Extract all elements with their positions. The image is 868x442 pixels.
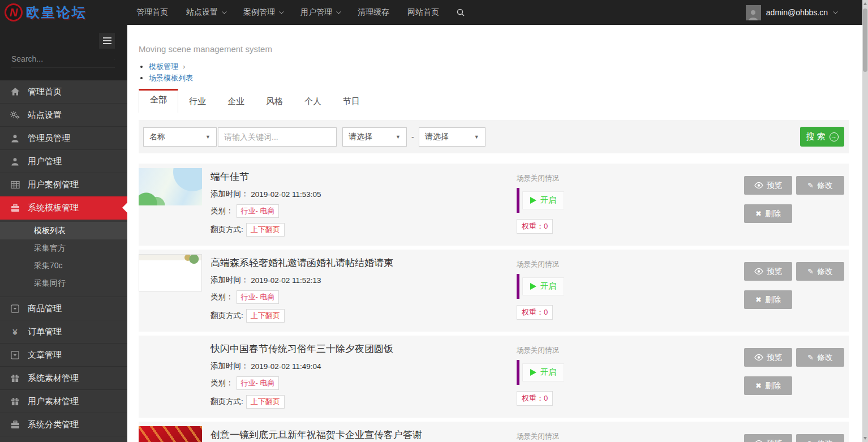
template-title[interactable]: 创意一镜到底元旦新年祝福贺卡企业宣传客户答谢: [210, 428, 422, 442]
category-badge: 行业- 电商: [237, 204, 280, 218]
vertical-scrollbar[interactable]: [862, 0, 868, 442]
category-label: 类别：: [210, 206, 234, 216]
sidebar-item-user-cases[interactable]: 用户案例管理: [0, 173, 127, 196]
sidebar-item-orders[interactable]: ¥ 订单管理: [0, 320, 127, 344]
delete-button-label: 删除: [765, 209, 781, 219]
sidebar-item-system-templates[interactable]: 系统模板管理: [0, 196, 127, 220]
sidebar-item-products[interactable]: 商品管理: [0, 297, 127, 320]
app-logo[interactable]: N 欧皇论坛: [0, 3, 127, 22]
breadcrumb-link-scene-template-list[interactable]: 场景模板列表: [149, 74, 193, 82]
gift-icon: [10, 374, 20, 383]
sidebar-item-user-assets[interactable]: 用户素材管理: [0, 390, 127, 413]
sidebar-item-system-categories[interactable]: 系统分类管理: [0, 413, 127, 436]
preview-button[interactable]: 预览: [744, 348, 792, 367]
eye-icon: [754, 182, 763, 188]
sidebar: 管理首页 站点设置 管理员管理 用户管理 用户案例管理 系统模板管理 模板列表 …: [0, 25, 127, 442]
preview-button-label: 预览: [767, 353, 783, 363]
scene-status: 场景关闭情况 开启 权重：0: [517, 174, 564, 234]
yen-icon: ¥: [10, 327, 20, 337]
nav-item-clear-cache[interactable]: 清理缓存: [349, 0, 398, 25]
submenu-item-template-list[interactable]: 模板列表: [0, 222, 127, 239]
flip-mode-label: 翻页方式:: [210, 397, 243, 407]
added-time-label: 添加时间：: [210, 275, 249, 285]
tab-enterprise[interactable]: 企业: [217, 89, 255, 113]
row-actions: 预览 ✎修改 ✖删除: [744, 348, 844, 395]
category-select[interactable]: 请选择▼: [342, 127, 407, 147]
scroll-up-arrow-icon[interactable]: [863, 2, 867, 5]
breadcrumb-separator: ›: [183, 62, 185, 71]
eye-icon: [754, 268, 763, 274]
nav-item-site-settings[interactable]: 站点设置: [177, 0, 234, 25]
preview-button[interactable]: 预览: [744, 176, 792, 195]
page-title: Moving scene management system: [139, 44, 849, 54]
preview-button[interactable]: 预览: [744, 434, 792, 442]
scroll-down-arrow-icon[interactable]: [863, 437, 867, 440]
delete-button[interactable]: ✖删除: [744, 204, 792, 223]
edit-button[interactable]: ✎修改: [796, 348, 844, 367]
keyword-input[interactable]: [218, 127, 337, 147]
tab-industry[interactable]: 行业: [178, 89, 217, 113]
added-time-value: 2019-02-02 11:53:05: [251, 190, 321, 199]
template-info: 端午佳节 添加时间： 2019-02-02 11:53:05 类别：行业- 电商…: [210, 170, 321, 237]
flip-mode-label: 翻页方式:: [210, 225, 243, 235]
delete-button[interactable]: ✖删除: [744, 376, 792, 395]
breadcrumb-item: 场景模板列表: [149, 73, 849, 84]
submenu-item-collect-official[interactable]: 采集官方: [0, 239, 127, 257]
gift-icon: [10, 397, 20, 406]
submenu-item-collect-peers[interactable]: 采集同行: [0, 274, 127, 292]
search-button-label: 搜 索: [806, 131, 825, 142]
sidebar-item-label: 系统模板管理: [28, 203, 79, 213]
flip-mode-label: 翻页方式:: [210, 311, 243, 321]
template-title[interactable]: 快闪中国春节传统习俗年三十除夕夜团圆饭: [210, 342, 393, 356]
template-row: 创意一镜到底元旦新年祝福贺卡企业宣传客户答谢 添加时间： 类别： 翻页方式: 场…: [139, 422, 849, 442]
select-arrow-icon: ▼: [396, 134, 401, 140]
tab-style[interactable]: 风格: [255, 89, 294, 113]
delete-button-label: 删除: [765, 295, 781, 305]
logo-text: 欧皇论坛: [26, 3, 87, 22]
search-button[interactable]: 搜 索→: [800, 127, 844, 147]
sidebar-item-label: 系统素材管理: [28, 373, 79, 384]
x-icon: ✖: [755, 210, 762, 217]
edit-button[interactable]: ✎修改: [796, 262, 844, 281]
sidebar-toggle-button[interactable]: [99, 33, 115, 49]
delete-button[interactable]: ✖删除: [744, 290, 792, 309]
user-menu[interactable]: admin@ohbbs.cn: [746, 5, 836, 20]
nav-item-case-management[interactable]: 案例管理: [234, 0, 291, 25]
sidebar-search-input[interactable]: [11, 54, 114, 63]
sidebar-item-system-assets[interactable]: 系统素材管理: [0, 367, 127, 390]
status-bar-icon: [517, 274, 519, 299]
flip-mode-badge: 上下翻页: [246, 395, 285, 409]
edit-button[interactable]: ✎修改: [796, 434, 844, 442]
subcategory-select[interactable]: 请选择▼: [419, 127, 485, 147]
tab-all[interactable]: 全部: [139, 89, 178, 113]
search-icon[interactable]: [456, 8, 465, 17]
tab-festival[interactable]: 节日: [332, 89, 371, 113]
nav-item-site-home[interactable]: 网站首页: [398, 0, 448, 25]
sidebar-item-users[interactable]: 用户管理: [0, 150, 127, 173]
sidebar-item-site-settings[interactable]: 站点设置: [0, 104, 127, 127]
caret-square-down-icon: [10, 304, 20, 313]
scene-status-toggle[interactable]: 开启: [517, 274, 564, 299]
submenu-item-collect-70c[interactable]: 采集70c: [0, 257, 127, 274]
pencil-icon: ✎: [807, 354, 814, 361]
category-badge: 行业- 电商: [237, 376, 280, 390]
field-select[interactable]: 名称▼: [143, 127, 217, 147]
scene-status-toggle[interactable]: 开启: [517, 188, 564, 213]
breadcrumb-link-template-management[interactable]: 模板管理: [149, 62, 178, 71]
template-title[interactable]: 高端森系轻奢婚礼邀请函婚礼请帖结婚请柬: [210, 256, 393, 270]
sidebar-item-admin-home[interactable]: 管理首页: [0, 80, 127, 104]
edit-button[interactable]: ✎修改: [796, 176, 844, 195]
sidebar-item-administrators[interactable]: 管理员管理: [0, 127, 127, 150]
nav-item-user-management[interactable]: 用户管理: [291, 0, 349, 25]
scene-status-toggle[interactable]: 开启: [517, 360, 564, 385]
template-thumbnail: [139, 254, 202, 291]
scene-status-label: 场景关闭情况: [517, 346, 564, 355]
preview-button[interactable]: 预览: [744, 262, 792, 281]
nav-item-admin-home[interactable]: 管理首页: [127, 0, 177, 25]
category-select-value: 请选择: [349, 132, 372, 142]
sidebar-item-label: 用户案例管理: [28, 179, 79, 190]
scrollbar-thumb[interactable]: [863, 8, 867, 72]
template-title[interactable]: 端午佳节: [210, 170, 321, 184]
tab-personal[interactable]: 个人: [294, 89, 332, 113]
sidebar-item-articles[interactable]: 文章管理: [0, 344, 127, 367]
